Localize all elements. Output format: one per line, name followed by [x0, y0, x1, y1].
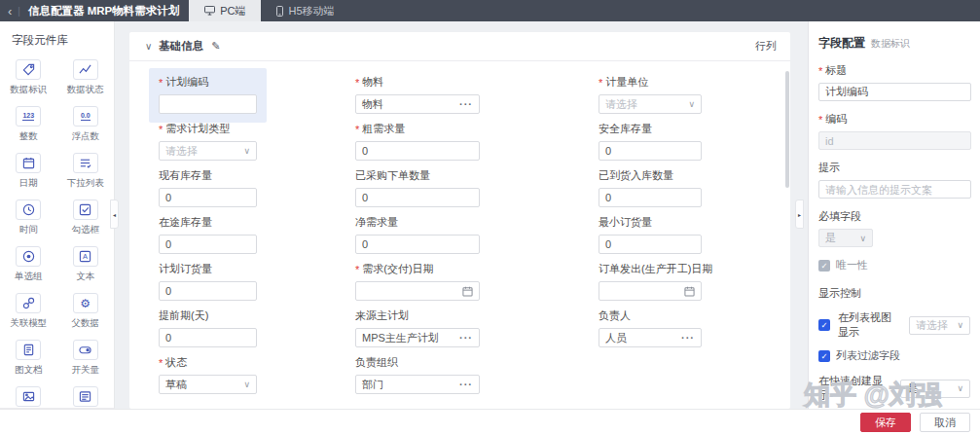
clock-icon	[16, 199, 41, 220]
field-lead-time-days: 提前期(天)	[159, 308, 355, 355]
config-title-field: *标题	[818, 63, 970, 101]
toggle-icon	[73, 340, 98, 360]
long-text-icon	[73, 386, 98, 407]
field-widget-library: 字段元件库 数据标识 数据状态 123 整数 0.0 浮点数 日期	[0, 21, 115, 409]
required-asterisk: *	[355, 124, 359, 135]
top-bar: ‹ | 信息配置器 MRP物料需求计划 PC端 H5移动端	[0, 0, 980, 21]
planned-order-qty-input[interactable]	[159, 281, 257, 301]
calendar-icon	[684, 286, 695, 297]
edit-pencil-icon[interactable]: ✎	[211, 40, 220, 53]
field-net-demand: 净需求量	[355, 215, 599, 262]
field-unit: *计量单位 请选择∨	[599, 75, 790, 122]
config-required-field: 必填字段 是∨	[818, 209, 970, 247]
widget-float[interactable]: 0.0 浮点数	[57, 106, 115, 151]
field-owner-person: 负责人 人员···	[599, 308, 790, 355]
field-in-transit-stock: 在途库存量	[159, 215, 355, 262]
field-material: *物料 物料···	[355, 75, 599, 122]
tab-h5-mobile[interactable]: H5移动端	[261, 0, 349, 21]
collapse-section-icon[interactable]: ∨	[145, 41, 152, 52]
calendar-icon	[462, 286, 473, 297]
min-order-qty-input[interactable]	[599, 235, 702, 254]
form-card: ∨ 基础信息 ✎ 行列 *计划编码 *物料 物料···	[129, 32, 790, 409]
plan-code-input[interactable]	[159, 94, 257, 114]
widget-data-tag[interactable]: 数据标识	[0, 59, 57, 104]
required-asterisk: *	[355, 264, 359, 275]
widget-parent-data[interactable]: ⚙ 父数据	[57, 293, 115, 338]
config-hint-input[interactable]	[818, 180, 971, 199]
field-demand-delivery-date: *需求(交付)日期	[355, 262, 599, 308]
widget-relation-model[interactable]: 关联模型	[0, 293, 57, 338]
chevron-down-icon: ∨	[688, 99, 695, 109]
widget-time[interactable]: 时间	[0, 199, 57, 244]
float-0.0-icon: 0.0	[73, 106, 98, 127]
form-grid: *计划编码 *物料 物料··· *计量单位 请选择∨ *需求计划类型 请选择∨	[129, 61, 790, 402]
owner-person-lookup[interactable]: 人员···	[599, 328, 702, 347]
order-release-date-picker[interactable]	[599, 281, 702, 301]
widget-text[interactable]: A 文本	[57, 246, 115, 291]
tab-pc[interactable]: PC端	[189, 0, 261, 21]
quick-create-select[interactable]: 是∨	[900, 380, 970, 398]
cancel-button[interactable]: 取消	[920, 413, 970, 432]
vertical-scrollbar[interactable]	[785, 71, 789, 188]
status-select[interactable]: 草稿∨	[159, 375, 257, 394]
text-Aa-icon: A	[73, 246, 98, 267]
widget-grid: 数据标识 数据状态 123 整数 0.0 浮点数 日期 下拉列表	[0, 59, 114, 431]
field-received-qty: 已到货入库数量	[599, 168, 790, 215]
purchased-qty-input[interactable]	[355, 188, 480, 207]
widget-date[interactable]: 日期	[0, 153, 57, 198]
demand-delivery-date-picker[interactable]	[355, 281, 480, 301]
net-demand-input[interactable]	[355, 235, 480, 254]
source-master-plan-lookup[interactable]: MPS主生产计划···	[355, 328, 480, 347]
unit-select[interactable]: 请选择∨	[599, 94, 702, 114]
document-icon	[16, 340, 41, 360]
widget-integer[interactable]: 123 整数	[0, 106, 57, 151]
widget-switch[interactable]: 开关量	[57, 340, 115, 384]
save-button[interactable]: 保存	[860, 413, 911, 432]
collapse-sidebar-handle[interactable]: ◂	[110, 199, 119, 229]
config-code-field: *编码	[818, 112, 970, 150]
widget-dropdown-list[interactable]: 下拉列表	[57, 153, 115, 198]
calendar-icon	[16, 153, 41, 173]
show-in-list-select[interactable]: 请选择∨	[909, 316, 970, 335]
received-qty-input[interactable]	[599, 188, 702, 207]
required-asterisk: *	[818, 114, 822, 126]
config-hint-field: 提示	[818, 161, 970, 199]
collapse-config-handle[interactable]: ▸	[795, 199, 804, 229]
field-owner-org: 负责组织 部门···	[355, 355, 599, 402]
form-canvas: ∨ 基础信息 ✎ 行列 *计划编码 *物料 物料···	[115, 21, 808, 409]
owner-org-lookup[interactable]: 部门···	[355, 375, 480, 394]
back-button[interactable]: ‹	[0, 0, 18, 21]
safety-stock-input[interactable]	[599, 141, 702, 161]
rowcol-button[interactable]: 行列	[755, 39, 777, 54]
chevron-down-icon: ∨	[859, 234, 866, 243]
widget-radio-group[interactable]: 单选组	[0, 246, 57, 291]
list-filter-checkbox[interactable]: ✓	[818, 350, 830, 362]
show-in-list-checkbox[interactable]: ✓	[818, 319, 830, 331]
required-asterisk: *	[355, 77, 359, 89]
required-select: 是∨	[818, 229, 873, 247]
chevron-down-icon: ∨	[957, 383, 963, 393]
required-asterisk: *	[159, 77, 163, 89]
in-transit-stock-input[interactable]	[159, 235, 257, 254]
widget-checkbox[interactable]: 勾选框	[57, 199, 115, 244]
widget-image-document[interactable]: 图文档	[0, 340, 57, 384]
config-title-input[interactable]	[818, 83, 971, 101]
image-icon	[16, 386, 41, 407]
chevron-down-icon: ∨	[243, 380, 250, 389]
check-icon: ✓	[820, 261, 827, 271]
gross-demand-input[interactable]	[355, 141, 480, 161]
chevron-left-icon: ‹	[8, 4, 12, 18]
ellipsis-icon: ···	[681, 332, 695, 344]
required-asterisk: *	[818, 65, 822, 77]
field-source-master-plan: 来源主计划 MPS主生产计划···	[355, 308, 599, 355]
lead-time-input[interactable]	[159, 328, 257, 347]
triangle-left-icon: ◂	[113, 211, 116, 218]
on-hand-stock-input[interactable]	[159, 188, 257, 207]
unique-checkbox-row: ✓ 唯一性	[818, 258, 970, 272]
selected-field-highlight[interactable]: *计划编码	[149, 68, 267, 123]
check-icon: ✓	[820, 351, 827, 361]
demand-plan-type-select[interactable]: 请选择∨	[159, 141, 257, 161]
field-min-order-qty: 最小订货量	[599, 215, 790, 262]
material-lookup[interactable]: 物料···	[355, 94, 480, 114]
widget-data-status[interactable]: 数据状态	[57, 59, 115, 104]
